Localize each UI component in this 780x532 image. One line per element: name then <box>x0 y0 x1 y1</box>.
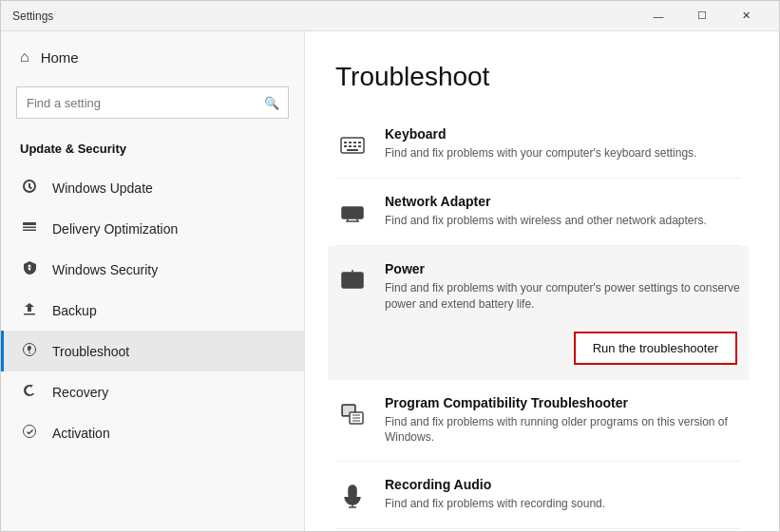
window-title: Settings <box>12 10 637 23</box>
svg-rect-12 <box>344 145 347 147</box>
svg-rect-2 <box>23 230 36 232</box>
sidebar-item-activation[interactable]: Activation <box>1 412 304 453</box>
compatibility-name: Program Compatibility Troubleshooter <box>385 395 741 410</box>
sidebar-item-windows-update[interactable]: Windows Update <box>1 167 304 208</box>
sidebar-label-troubleshoot: Troubleshoot <box>52 344 129 359</box>
ts-item-program-compatibility: Program Compatibility Troubleshooter Fin… <box>335 380 741 463</box>
svg-rect-13 <box>349 145 352 147</box>
svg-rect-1 <box>23 227 36 229</box>
power-expanded-content: Power Find and fix problems with your co… <box>335 261 741 365</box>
close-button[interactable]: ✕ <box>724 1 768 31</box>
svg-point-5 <box>29 352 30 354</box>
sidebar-label-delivery-optimization: Delivery Optimization <box>52 221 178 237</box>
maximize-button[interactable]: ☐ <box>680 1 724 31</box>
svg-rect-24 <box>346 276 359 284</box>
ts-item-keyboard: Keyboard Find and fix problems with your… <box>335 111 741 179</box>
window-content: ⌂ Home 🔍 Update & Security Windows Updat… <box>1 31 779 531</box>
power-name: Power <box>385 261 741 276</box>
sidebar-home-label: Home <box>41 49 79 66</box>
troubleshoot-list: Keyboard Find and fix problems with your… <box>335 111 741 529</box>
compatibility-desc: Find and fix problems with running older… <box>385 414 741 446</box>
sidebar-label-recovery: Recovery <box>52 385 108 400</box>
main-content: Troubleshoot <box>305 31 779 531</box>
window-controls: — ☐ ✕ <box>637 1 768 31</box>
sidebar-label-windows-update: Windows Update <box>52 180 153 196</box>
backup-icon <box>20 301 39 319</box>
sidebar: ⌂ Home 🔍 Update & Security Windows Updat… <box>1 31 305 531</box>
troubleshoot-icon <box>20 342 39 360</box>
svg-rect-8 <box>344 142 347 143</box>
compatibility-text: Program Compatibility Troubleshooter Fin… <box>385 395 741 446</box>
sidebar-item-windows-security[interactable]: Windows Security <box>1 249 304 290</box>
sidebar-label-backup: Backup <box>52 303 97 318</box>
sidebar-section-title: Update & Security <box>1 134 304 167</box>
power-top: Power Find and fix problems with your co… <box>335 261 741 313</box>
svg-rect-9 <box>349 142 352 143</box>
audio-name: Recording Audio <box>385 477 741 492</box>
ts-item-power: Power Find and fix problems with your co… <box>328 246 749 380</box>
svg-point-6 <box>24 426 36 438</box>
ts-item-recording-audio: Recording Audio Find and fix problems wi… <box>335 462 741 529</box>
keyboard-name: Keyboard <box>385 126 741 142</box>
sidebar-item-home[interactable]: ⌂ Home <box>1 31 304 83</box>
audio-icon <box>335 479 370 513</box>
minimize-button[interactable]: — <box>637 1 680 31</box>
power-icon <box>335 263 370 297</box>
svg-rect-16 <box>347 149 358 151</box>
sidebar-label-activation: Activation <box>52 426 110 441</box>
sidebar-item-backup[interactable]: Backup <box>1 290 304 331</box>
network-adapter-name: Network Adapter <box>385 194 741 209</box>
svg-rect-15 <box>358 145 361 147</box>
svg-rect-10 <box>353 142 356 143</box>
sidebar-label-windows-security: Windows Security <box>52 262 158 277</box>
sidebar-item-recovery[interactable]: Recovery <box>1 371 304 412</box>
svg-rect-31 <box>349 485 356 499</box>
settings-window: Settings — ☐ ✕ ⌂ Home 🔍 Update & Securit… <box>0 0 780 532</box>
audio-text: Recording Audio Find and fix problems wi… <box>385 477 741 512</box>
svg-rect-11 <box>358 142 361 143</box>
search-input[interactable] <box>16 86 289 119</box>
network-adapter-desc: Find and fix problems with wireless and … <box>385 213 741 229</box>
home-icon: ⌂ <box>20 48 29 66</box>
audio-desc: Find and fix problems with recording sou… <box>385 496 741 512</box>
network-adapter-icon <box>335 196 370 230</box>
sidebar-item-delivery-optimization[interactable]: Delivery Optimization <box>1 208 304 249</box>
page-title: Troubleshoot <box>335 62 741 92</box>
power-desc: Find and fix problems with your computer… <box>385 280 741 313</box>
sidebar-item-troubleshoot[interactable]: Troubleshoot <box>1 331 304 371</box>
titlebar: Settings — ☐ ✕ <box>1 1 779 31</box>
svg-rect-18 <box>345 211 360 215</box>
recovery-icon <box>20 383 39 401</box>
security-icon <box>20 260 39 278</box>
activation-icon <box>20 424 39 442</box>
run-troubleshooter-button[interactable]: Run the troubleshooter <box>574 332 737 365</box>
network-adapter-text: Network Adapter Find and fix problems wi… <box>385 194 741 229</box>
svg-rect-3 <box>24 314 35 315</box>
keyboard-icon <box>335 128 370 162</box>
svg-rect-14 <box>353 145 356 147</box>
update-icon <box>20 179 39 197</box>
compatibility-icon <box>335 397 370 431</box>
power-text: Power Find and fix problems with your co… <box>385 261 741 313</box>
delivery-icon <box>20 219 39 238</box>
search-box: 🔍 <box>16 86 289 119</box>
search-icon: 🔍 <box>264 96 279 110</box>
svg-rect-0 <box>23 222 36 225</box>
keyboard-text: Keyboard Find and fix problems with your… <box>385 126 741 162</box>
keyboard-desc: Find and fix problems with your computer… <box>385 145 741 162</box>
ts-item-network-adapter: Network Adapter Find and fix problems wi… <box>335 179 741 246</box>
